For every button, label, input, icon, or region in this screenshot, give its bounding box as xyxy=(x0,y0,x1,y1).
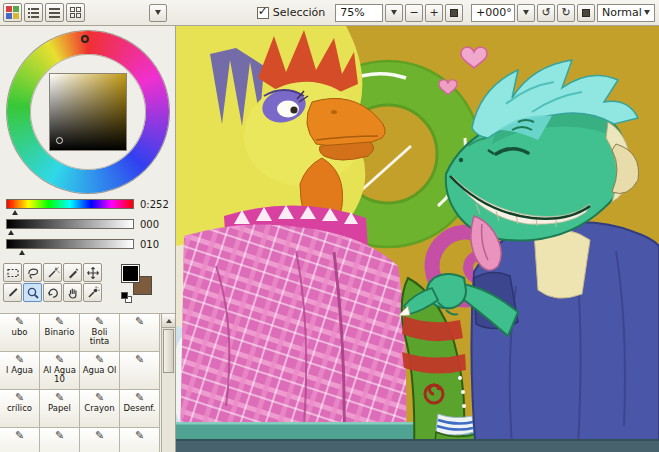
brush-cell-al-agua-10[interactable]: ✎Al Agua 10 xyxy=(39,351,80,390)
slider-row-3: 010 xyxy=(6,239,171,259)
rect-select-icon xyxy=(6,266,20,280)
hue-marker[interactable] xyxy=(81,35,89,43)
brush-label: Crayon xyxy=(83,404,115,413)
eyedropper-icon xyxy=(6,286,20,300)
brush-cell-desenfoque[interactable]: ✎Desenf. xyxy=(119,389,160,428)
rect-select-tool-button[interactable] xyxy=(3,263,22,282)
slider-marker[interactable] xyxy=(12,210,18,215)
airbrush-tool-button[interactable] xyxy=(83,283,102,302)
swatch-lines-icon xyxy=(28,8,39,18)
brush-cell-al-agua[interactable]: ✎l Agua xyxy=(0,351,40,390)
magic-wand-icon xyxy=(46,266,60,280)
hue-slider[interactable] xyxy=(6,199,134,209)
pen-icon: ✎ xyxy=(135,430,144,442)
brush-label: Boli tinta xyxy=(80,328,119,346)
tool-palette xyxy=(3,263,175,309)
arrow-up-icon xyxy=(166,319,172,323)
reset-square-icon xyxy=(582,9,590,17)
swatch-list-icon[interactable] xyxy=(24,3,43,22)
angle-value: +000° xyxy=(476,6,512,19)
brush-cell-papel[interactable]: ✎Papel xyxy=(39,389,80,428)
color-wheel[interactable] xyxy=(7,31,169,193)
brush-cell[interactable]: ✎ xyxy=(79,427,120,452)
brush-cell-crayon[interactable]: ✎Crayon xyxy=(79,389,120,428)
slider-row-2: 000 xyxy=(6,219,171,239)
brush-palette: ✎ubo ✎Binario ✎Boli tinta ✎ ✎l Agua ✎Al … xyxy=(0,313,175,452)
brush-grid: ✎ubo ✎Binario ✎Boli tinta ✎ ✎l Agua ✎Al … xyxy=(0,314,161,452)
slider-3-value: 010 xyxy=(140,239,159,251)
color-palette-icon[interactable] xyxy=(3,3,22,22)
list-icon[interactable] xyxy=(45,3,64,22)
brush-cell-tubo[interactable]: ✎ubo xyxy=(0,313,40,352)
foreground-color-swatch[interactable] xyxy=(121,264,140,283)
brush-label: crílico xyxy=(6,404,33,413)
rotate-cw-icon: ↻ xyxy=(561,6,570,19)
brush-label: Binario xyxy=(44,328,76,337)
brush-cell[interactable]: ✎ xyxy=(119,427,160,452)
left-panel: 0:252 000 010 xyxy=(0,26,176,452)
hand-tool-button[interactable] xyxy=(63,283,82,302)
brush-cell-binario[interactable]: ✎Binario xyxy=(39,313,80,352)
scrollbar-thumb[interactable] xyxy=(163,329,174,373)
pen-icon: ✎ xyxy=(15,430,24,442)
color-sliders: 0:252 000 010 xyxy=(0,195,175,261)
brush-cell-boli-tinta[interactable]: ✎Boli tinta xyxy=(79,313,120,352)
brush-cell[interactable]: ✎ xyxy=(119,313,160,352)
brush-cell[interactable]: ✎ xyxy=(39,427,80,452)
selection-pen-tool-button[interactable] xyxy=(63,263,82,282)
sv-marker[interactable] xyxy=(56,137,63,144)
checkbox-box: ✓ xyxy=(257,7,269,19)
angle-field[interactable]: +000° xyxy=(471,4,515,22)
brush-label: Papel xyxy=(47,404,72,413)
brush-label: l Agua xyxy=(5,366,34,375)
brush-cell[interactable]: ✎ xyxy=(0,427,40,452)
lasso-tool-button[interactable] xyxy=(23,263,42,282)
brush-label: Al Agua 10 xyxy=(40,366,79,384)
selection-checkbox[interactable]: ✓ Selección xyxy=(257,6,325,19)
pen-icon: ✎ xyxy=(135,316,144,328)
slider-marker[interactable] xyxy=(19,250,25,255)
default-colors-swatch[interactable] xyxy=(121,292,133,304)
eyedropper-tool-button[interactable] xyxy=(3,283,22,302)
blend-mode-select[interactable]: Normal xyxy=(597,4,655,22)
zoom-field[interactable]: 75% xyxy=(335,4,383,22)
angle-reset-button[interactable] xyxy=(577,4,595,22)
chevron-down-icon xyxy=(644,10,650,15)
pen-icon: ✎ xyxy=(135,354,144,366)
hand-icon xyxy=(66,286,80,300)
canvas-area[interactable] xyxy=(176,26,659,452)
slider-2-value: 000 xyxy=(140,219,159,231)
zoom-out-button[interactable]: − xyxy=(405,4,423,22)
zoom-in-button[interactable]: + xyxy=(425,4,443,22)
scrollbar-up-button[interactable] xyxy=(162,314,175,328)
rotate-tool-button[interactable] xyxy=(43,283,62,302)
magic-wand-tool-button[interactable] xyxy=(43,263,62,282)
move-tool-button[interactable] xyxy=(83,263,102,282)
airbrush-icon xyxy=(86,286,100,300)
rotate-ccw-button[interactable]: ↺ xyxy=(537,4,555,22)
brush-label: Agua Ol xyxy=(82,366,118,375)
slider-2[interactable] xyxy=(6,219,134,229)
brush-cell[interactable]: ✎ xyxy=(119,351,160,390)
minus-icon: − xyxy=(410,6,419,19)
artwork-canvas[interactable] xyxy=(176,26,659,452)
rotate-cw-button[interactable]: ↻ xyxy=(557,4,575,22)
slider-3[interactable] xyxy=(6,239,134,249)
slider-marker[interactable] xyxy=(8,230,14,235)
panel-menu-button[interactable] xyxy=(149,4,167,22)
chevron-down-icon xyxy=(391,10,397,15)
move-icon xyxy=(86,266,100,280)
angle-dropdown-button[interactable] xyxy=(517,4,535,22)
brush-cell-acrilico[interactable]: ✎crílico xyxy=(0,389,40,428)
color-swatches xyxy=(121,264,157,304)
list-lines-icon xyxy=(49,8,60,18)
grid-icon[interactable] xyxy=(66,3,85,22)
zoom-dropdown-button[interactable] xyxy=(385,4,403,22)
zoom-reset-button[interactable] xyxy=(445,4,463,22)
brush-cell-agua-oleo[interactable]: ✎Agua Ol xyxy=(79,351,120,390)
top-toolbar: ✓ Selección 75% − + +000° ↺ ↻ Normal xyxy=(0,0,659,26)
zoom-tool-button[interactable] xyxy=(23,283,42,302)
zoom-icon xyxy=(26,286,40,300)
brush-scrollbar[interactable] xyxy=(161,314,175,452)
lasso-icon xyxy=(26,266,40,280)
